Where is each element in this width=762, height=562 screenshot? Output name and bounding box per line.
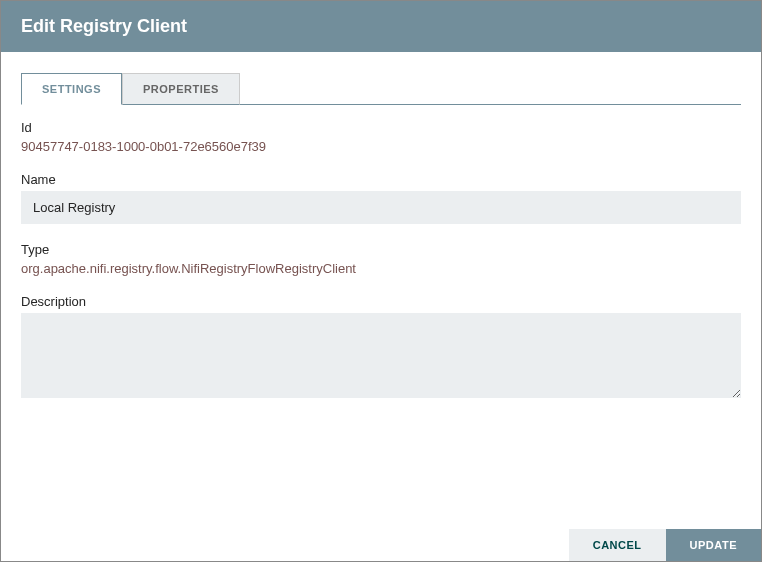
type-value: org.apache.nifi.registry.flow.NifiRegist… bbox=[21, 261, 741, 276]
name-input[interactable] bbox=[21, 191, 741, 224]
field-type: Type org.apache.nifi.registry.flow.NifiR… bbox=[21, 242, 741, 276]
update-button[interactable]: UPDATE bbox=[666, 529, 761, 561]
cancel-button[interactable]: CANCEL bbox=[569, 529, 666, 561]
tab-properties[interactable]: PROPERTIES bbox=[122, 73, 240, 105]
field-description: Description bbox=[21, 294, 741, 402]
field-name: Name bbox=[21, 172, 741, 224]
dialog-content: SETTINGS PROPERTIES Id 90457747-0183-100… bbox=[1, 52, 761, 440]
tab-settings[interactable]: SETTINGS bbox=[21, 73, 122, 105]
dialog-title: Edit Registry Client bbox=[21, 16, 187, 36]
type-label: Type bbox=[21, 242, 741, 257]
name-label: Name bbox=[21, 172, 741, 187]
tab-bar: SETTINGS PROPERTIES bbox=[21, 72, 741, 105]
id-value: 90457747-0183-1000-0b01-72e6560e7f39 bbox=[21, 139, 741, 154]
id-label: Id bbox=[21, 120, 741, 135]
description-input[interactable] bbox=[21, 313, 741, 398]
field-id: Id 90457747-0183-1000-0b01-72e6560e7f39 bbox=[21, 120, 741, 154]
description-label: Description bbox=[21, 294, 741, 309]
dialog-footer: CANCEL UPDATE bbox=[1, 529, 761, 561]
dialog-header: Edit Registry Client bbox=[1, 1, 761, 52]
